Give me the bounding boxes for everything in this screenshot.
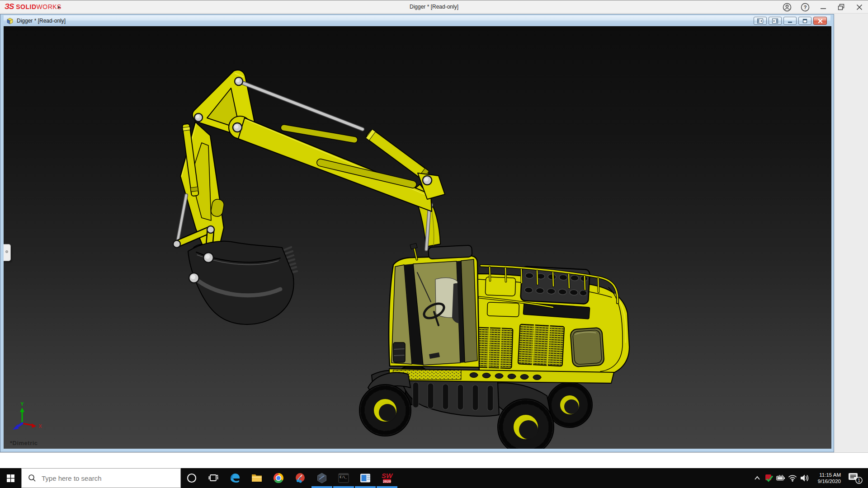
taskbar: C:\_ SW 2020 xyxy=(0,468,868,488)
running-indicator xyxy=(377,486,397,488)
battery-icon[interactable] xyxy=(775,468,787,488)
document-title: Digger * [Read-only] xyxy=(17,18,66,24)
part-cab[interactable] xyxy=(389,243,479,367)
volume-icon[interactable] xyxy=(798,468,811,488)
action-center-icon[interactable]: 1 xyxy=(843,468,868,488)
svg-text:C:\_: C:\_ xyxy=(340,475,347,479)
part-bucket[interactable] xyxy=(188,241,297,324)
solidworks-resource-monitor-icon[interactable] xyxy=(763,468,775,488)
cortana-button[interactable] xyxy=(181,468,203,488)
app-title: Digger * [Read-only] xyxy=(0,4,868,10)
edrawings-icon[interactable] xyxy=(311,468,333,488)
status-bar xyxy=(0,452,868,468)
doc-minimize-button[interactable] xyxy=(783,17,797,25)
document-titlebar[interactable]: Digger * [Read-only] xyxy=(4,15,830,26)
system-tray: 11:15 AM 9/16/2020 1 xyxy=(751,468,868,488)
triad-y-label: Y xyxy=(20,401,24,407)
taskbar-clock[interactable]: 11:15 AM 9/16/2020 xyxy=(811,472,843,484)
part-upper-body[interactable] xyxy=(476,266,629,375)
minimize-button[interactable] xyxy=(817,2,829,13)
tray-time: 11:15 AM xyxy=(811,472,841,478)
doc-restore-button[interactable] xyxy=(798,17,811,25)
app-titlebar: ЗS SOLID WORKS ▸ Digger * [Read-only] ? xyxy=(0,0,868,14)
show-right-pane-button[interactable] xyxy=(769,17,782,25)
search-input[interactable] xyxy=(41,474,154,483)
help-icon[interactable]: ? xyxy=(799,2,811,13)
svg-text:2020: 2020 xyxy=(383,479,391,483)
file-explorer-icon[interactable] xyxy=(246,468,268,488)
tray-date: 9/16/2020 xyxy=(811,478,841,484)
taskbar-search-box[interactable] xyxy=(21,468,181,488)
view-orientation-label: *Dimetric xyxy=(10,440,38,446)
command-prompt-icon[interactable]: C:\_ xyxy=(333,468,354,488)
edge-icon[interactable] xyxy=(224,468,246,488)
orientation-triad: Y X xyxy=(13,401,42,430)
task-view-button[interactable] xyxy=(203,468,224,488)
restore-button[interactable] xyxy=(835,2,847,13)
close-button[interactable] xyxy=(854,2,865,13)
running-indicator xyxy=(333,486,354,488)
doc-close-button[interactable] xyxy=(813,17,827,25)
remote-app-icon[interactable] xyxy=(354,468,376,488)
featuremanager-collapsed-tab[interactable] xyxy=(4,244,11,261)
graphics-viewport[interactable]: Y X *Dimetric xyxy=(4,26,831,449)
wifi-icon[interactable] xyxy=(787,468,798,488)
splitter-dot xyxy=(5,250,8,253)
document-window: Digger * [Read-only] xyxy=(0,14,834,452)
search-icon xyxy=(28,474,36,482)
notification-badge: 1 xyxy=(858,478,860,483)
snip-tool-icon[interactable] xyxy=(289,468,311,488)
solidworks-2020-icon[interactable]: SW 2020 xyxy=(376,468,398,488)
running-indicator xyxy=(311,486,332,488)
assembly-document-icon xyxy=(6,17,14,24)
digger-model[interactable]: Y X xyxy=(4,26,831,449)
running-indicator xyxy=(355,486,376,488)
hidden-icons-chevron[interactable] xyxy=(751,468,763,488)
svg-text:?: ? xyxy=(804,5,807,10)
svg-text:SW: SW xyxy=(382,472,393,479)
chrome-icon[interactable] xyxy=(268,468,289,488)
account-icon[interactable] xyxy=(781,2,793,13)
screen: ЗS SOLID WORKS ▸ Digger * [Read-only] ? xyxy=(0,0,868,488)
show-left-pane-button[interactable] xyxy=(754,17,767,25)
triad-x-label: X xyxy=(38,423,42,429)
start-button[interactable] xyxy=(0,468,21,488)
